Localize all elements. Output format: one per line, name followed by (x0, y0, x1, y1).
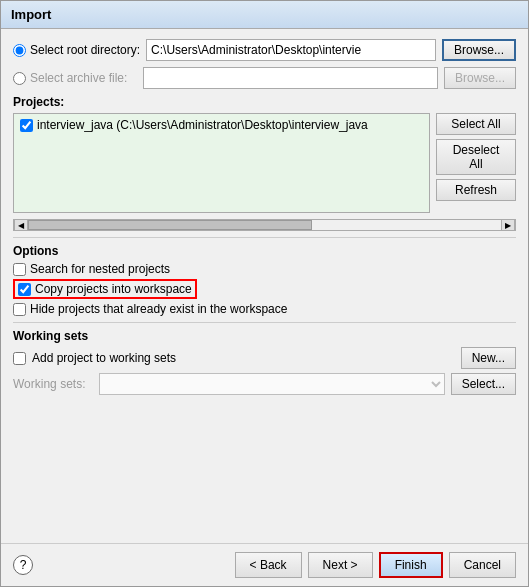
archive-file-label: Select archive file: (30, 71, 127, 85)
new-working-set-button[interactable]: New... (461, 347, 516, 369)
scroll-right-arrow[interactable]: ▶ (501, 219, 515, 231)
root-dir-label: Select root directory: (30, 43, 140, 57)
root-dir-row: Select root directory: Browse... (13, 39, 516, 61)
divider-2 (13, 322, 516, 323)
scroll-thumb[interactable] (28, 220, 312, 230)
dialog-title-text: Import (11, 7, 51, 22)
browse-root-button[interactable]: Browse... (442, 39, 516, 61)
dialog-footer: ? < Back Next > Finish Cancel (1, 543, 528, 586)
select-working-set-button[interactable]: Select... (451, 373, 516, 395)
working-sets-label: Working sets (13, 329, 516, 343)
root-dir-input[interactable] (146, 39, 436, 61)
projects-section-label: Projects: (13, 95, 516, 109)
import-dialog: Import Select root directory: Browse... … (0, 0, 529, 587)
working-sets-dropdown[interactable] (99, 373, 445, 395)
add-to-working-sets-row: Add project to working sets New... (13, 347, 516, 369)
cancel-button[interactable]: Cancel (449, 552, 516, 578)
refresh-button[interactable]: Refresh (436, 179, 516, 201)
divider-1 (13, 237, 516, 238)
projects-area: interview_java (C:\Users\Administrator\D… (13, 113, 516, 213)
project-item[interactable]: interview_java (C:\Users\Administrator\D… (16, 116, 427, 134)
add-to-working-sets-checkbox[interactable] (13, 352, 26, 365)
working-sets-section: Working sets Add project to working sets… (13, 329, 516, 395)
copy-projects-row: Copy projects into workspace (13, 279, 516, 299)
copy-projects-highlighted: Copy projects into workspace (13, 279, 197, 299)
search-nested-checkbox[interactable] (13, 263, 26, 276)
footer-left: ? (13, 555, 33, 575)
projects-list[interactable]: interview_java (C:\Users\Administrator\D… (13, 113, 430, 213)
footer-right: < Back Next > Finish Cancel (235, 552, 516, 578)
projects-buttons: Select All Deselect All Refresh (436, 113, 516, 213)
deselect-all-button[interactable]: Deselect All (436, 139, 516, 175)
archive-file-input[interactable] (143, 67, 438, 89)
working-sets-field-label: Working sets: (13, 377, 93, 391)
project-checkbox[interactable] (20, 119, 33, 132)
hide-existing-checkbox[interactable] (13, 303, 26, 316)
scroll-track[interactable] (28, 220, 501, 230)
horizontal-scrollbar[interactable]: ◀ ▶ (13, 219, 516, 231)
browse-archive-button[interactable]: Browse... (444, 67, 516, 89)
copy-projects-checkbox[interactable] (18, 283, 31, 296)
scroll-left-arrow[interactable]: ◀ (14, 219, 28, 231)
add-to-working-sets-label: Add project to working sets (32, 351, 176, 365)
options-label: Options (13, 244, 516, 258)
next-button[interactable]: Next > (308, 552, 373, 578)
hide-existing-row: Hide projects that already exist in the … (13, 302, 516, 316)
dialog-content: Select root directory: Browse... Select … (1, 29, 528, 543)
copy-projects-label: Copy projects into workspace (35, 282, 192, 296)
working-sets-input-row: Working sets: Select... (13, 373, 516, 395)
select-all-button[interactable]: Select All (436, 113, 516, 135)
root-dir-radio-label[interactable]: Select root directory: (13, 43, 146, 57)
dialog-title-bar: Import (1, 1, 528, 29)
finish-button[interactable]: Finish (379, 552, 443, 578)
search-nested-row: Search for nested projects (13, 262, 516, 276)
help-button[interactable]: ? (13, 555, 33, 575)
options-section: Options Search for nested projects Copy … (13, 244, 516, 316)
root-dir-radio[interactable] (13, 44, 26, 57)
archive-file-row: Select archive file: Browse... (13, 67, 516, 89)
project-item-text: interview_java (C:\Users\Administrator\D… (37, 118, 368, 132)
hide-existing-label: Hide projects that already exist in the … (30, 302, 287, 316)
search-nested-label: Search for nested projects (30, 262, 170, 276)
archive-file-radio-label[interactable]: Select archive file: (13, 71, 143, 85)
back-button[interactable]: < Back (235, 552, 302, 578)
archive-file-radio[interactable] (13, 72, 26, 85)
